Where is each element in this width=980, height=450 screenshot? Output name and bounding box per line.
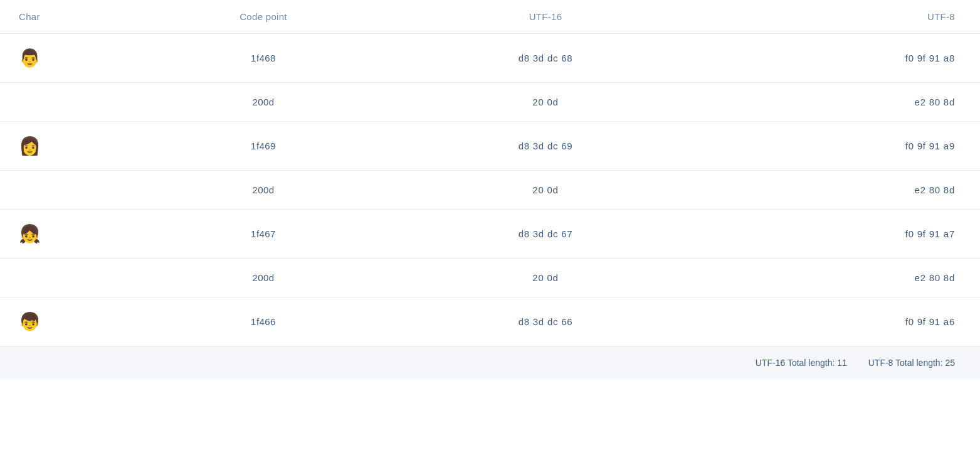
cell-utf16: d8 3d dc 67	[389, 210, 702, 259]
utf8-total: UTF-8 Total length: 25	[868, 358, 955, 368]
table-row: 200d20 0de2 80 8d	[0, 171, 980, 210]
cell-codepoint: 1f467	[138, 210, 389, 259]
table-header-row: Char Code point UTF-16 UTF-8	[0, 0, 980, 34]
cell-utf16: 20 0d	[389, 259, 702, 297]
cell-utf8: f0 9f 91 a6	[702, 297, 980, 346]
cell-utf16: d8 3d dc 69	[389, 122, 702, 171]
cell-codepoint: 200d	[138, 83, 389, 122]
cell-utf8: f0 9f 91 a7	[702, 210, 980, 259]
cell-codepoint: 200d	[138, 171, 389, 210]
cell-char: 👩	[0, 122, 138, 171]
table-row: 200d20 0de2 80 8d	[0, 259, 980, 297]
header-utf16: UTF-16	[389, 0, 702, 34]
encoding-table: Char Code point UTF-16 UTF-8 👨1f468d8 3d…	[0, 0, 980, 379]
cell-char: 👦	[0, 297, 138, 346]
header-char: Char	[0, 0, 138, 34]
table-row: 👧1f467d8 3d dc 67f0 9f 91 a7	[0, 210, 980, 259]
cell-utf16: d8 3d dc 66	[389, 297, 702, 346]
table-row: 👨1f468d8 3d dc 68f0 9f 91 a8	[0, 34, 980, 83]
footer-row: UTF-16 Total length: 11 UTF-8 Total leng…	[0, 346, 980, 380]
cell-codepoint: 1f469	[138, 122, 389, 171]
cell-utf16: 20 0d	[389, 83, 702, 122]
table-container: Char Code point UTF-16 UTF-8 👨1f468d8 3d…	[0, 0, 980, 450]
cell-codepoint: 1f466	[138, 297, 389, 346]
table-row: 👩1f469d8 3d dc 69f0 9f 91 a9	[0, 122, 980, 171]
utf16-total: UTF-16 Total length: 11	[756, 358, 847, 368]
cell-utf8: e2 80 8d	[702, 171, 980, 210]
cell-char: 👧	[0, 210, 138, 259]
cell-char: 👨	[0, 34, 138, 83]
table-row: 👦1f466d8 3d dc 66f0 9f 91 a6	[0, 297, 980, 346]
cell-char	[0, 259, 138, 297]
cell-utf8: f0 9f 91 a9	[702, 122, 980, 171]
cell-char	[0, 83, 138, 122]
header-codepoint: Code point	[138, 0, 389, 34]
cell-utf16: 20 0d	[389, 171, 702, 210]
cell-utf8: e2 80 8d	[702, 83, 980, 122]
cell-utf16: d8 3d dc 68	[389, 34, 702, 83]
header-utf8: UTF-8	[702, 0, 980, 34]
cell-utf8: f0 9f 91 a8	[702, 34, 980, 83]
cell-char	[0, 171, 138, 210]
cell-utf8: e2 80 8d	[702, 259, 980, 297]
cell-codepoint: 200d	[138, 259, 389, 297]
table-row: 200d20 0de2 80 8d	[0, 83, 980, 122]
footer-totals: UTF-16 Total length: 11 UTF-8 Total leng…	[0, 346, 980, 380]
cell-codepoint: 1f468	[138, 34, 389, 83]
